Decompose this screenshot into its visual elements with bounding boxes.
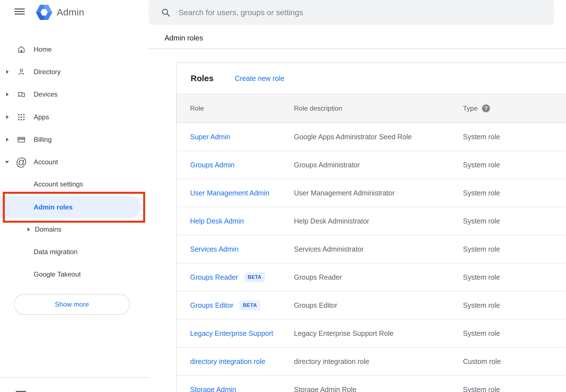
sidebar-item-devices[interactable]: Devices xyxy=(0,83,149,106)
sidebar-item-label: Apps xyxy=(34,113,49,121)
sidebar-item-label: Admin roles xyxy=(34,203,73,211)
sidebar-item-data-migration[interactable]: Data migration xyxy=(0,241,149,263)
app-title: Admin xyxy=(57,7,84,18)
admin-logo xyxy=(36,4,52,20)
sidebar-item-domains[interactable]: Domains xyxy=(0,218,149,241)
role-link[interactable]: Help Desk Admin xyxy=(190,217,244,225)
role-link[interactable]: Groups Reader xyxy=(190,273,238,281)
show-more-button[interactable]: Show more xyxy=(14,294,130,315)
sidebar-item-account-settings[interactable]: Account settings xyxy=(0,173,149,195)
role-type: System role xyxy=(463,386,566,392)
sidebar-divider xyxy=(0,377,149,378)
sidebar-item-admin-roles[interactable]: Admin roles xyxy=(0,196,141,218)
search-input[interactable] xyxy=(178,8,554,17)
expand-arrow-icon xyxy=(6,138,9,142)
role-description: Groups Reader xyxy=(294,273,463,281)
role-description: Google Apps Administrator Seed Role xyxy=(294,133,463,141)
search-bar xyxy=(149,0,554,25)
sidebar-item-billing[interactable]: Billing xyxy=(0,128,149,151)
role-link[interactable]: directory integration role xyxy=(190,357,265,366)
column-header-type: Type xyxy=(463,104,478,112)
role-type: System role xyxy=(463,273,566,281)
sidebar-item-google-takeout[interactable]: Google Takeout xyxy=(0,263,149,286)
menu-hamburger-icon[interactable] xyxy=(15,8,25,15)
table-row: Super Admin Google Apps Administrator Se… xyxy=(177,123,566,151)
help-icon[interactable]: ? xyxy=(482,104,490,112)
table-row: directory integration role directory int… xyxy=(177,348,566,376)
sidebar-item-label: Account settings xyxy=(34,180,83,188)
create-new-role-link[interactable]: Create new role xyxy=(235,74,284,83)
role-link[interactable]: Services Admin xyxy=(190,245,238,253)
devices-icon xyxy=(17,90,26,99)
role-type: System role xyxy=(463,161,566,169)
role-type: System role xyxy=(463,133,566,141)
role-link[interactable]: Legacy Enterprise Support xyxy=(190,329,273,338)
table-row: Services Admin Services Administrator Sy… xyxy=(177,235,566,263)
role-type: System role xyxy=(463,189,566,197)
collapse-arrow-icon xyxy=(5,161,9,163)
apps-grid-icon xyxy=(17,113,26,122)
role-type: System role xyxy=(463,217,566,225)
table-row: Legacy Enterprise Support Legacy Enterpr… xyxy=(177,320,566,348)
table-row: User Management Admin User Management Ad… xyxy=(177,179,566,207)
role-description: Groups Editor xyxy=(294,301,463,309)
expand-arrow-icon xyxy=(6,92,9,96)
role-description: User Management Administrator xyxy=(294,189,463,197)
at-sign-icon: @ xyxy=(17,158,26,167)
credit-card-icon xyxy=(17,135,26,144)
clipped-bottom-icon xyxy=(16,391,26,392)
role-description: Storage Admin Role xyxy=(294,386,463,392)
table-row: Help Desk Admin Help Desk Administrator … xyxy=(177,207,566,235)
role-link[interactable]: Storage Admin xyxy=(190,386,236,392)
sidebar-item-directory[interactable]: Directory xyxy=(0,61,149,83)
role-description: Groups Administrator xyxy=(294,161,463,169)
role-link[interactable]: Groups Editor xyxy=(190,301,233,309)
sidebar-item-label: Account xyxy=(34,158,58,166)
home-icon xyxy=(17,45,26,54)
search-icon xyxy=(161,8,171,17)
table-header-row: Role Role description Type ? xyxy=(177,94,566,123)
role-description: Legacy Enterprise Support Role xyxy=(294,329,463,338)
expand-arrow-icon xyxy=(6,115,9,119)
table-row: Groups Admin Groups Administrator System… xyxy=(177,151,566,179)
sidebar-item-label: Billing xyxy=(34,136,52,143)
sidebar-item-label: Home xyxy=(34,45,52,53)
sidebar-item-label: Google Takeout xyxy=(34,270,81,278)
role-link[interactable]: User Management Admin xyxy=(190,189,269,197)
sidebar-item-home[interactable]: Home xyxy=(0,38,149,61)
roles-title: Roles xyxy=(191,74,214,83)
sidebar-item-label: Directory xyxy=(34,68,61,76)
roles-card: Roles Create new role Role Role descript… xyxy=(176,62,566,392)
sidebar-item-account[interactable]: @ Account xyxy=(0,151,149,173)
breadcrumb: Admin roles xyxy=(165,34,203,42)
header-divider xyxy=(149,48,566,49)
role-description: Services Administrator xyxy=(294,245,463,253)
role-type: System role xyxy=(463,329,566,338)
column-header-role-description: Role description xyxy=(294,104,463,112)
role-link[interactable]: Groups Admin xyxy=(190,161,234,169)
expand-arrow-icon xyxy=(28,227,30,231)
role-link[interactable]: Super Admin xyxy=(190,133,230,141)
role-type: System role xyxy=(463,245,566,253)
roles-card-header: Roles Create new role xyxy=(177,63,566,94)
sidebar-item-label: Data migration xyxy=(34,248,77,256)
beta-badge: BETA xyxy=(239,300,260,310)
table-row: Storage Admin Storage Admin Role System … xyxy=(177,376,566,392)
role-type: Custom role xyxy=(463,357,566,366)
expand-arrow-icon xyxy=(6,70,9,74)
sidebar-item-label: Domains xyxy=(35,225,61,233)
beta-badge: BETA xyxy=(244,272,265,282)
role-description: directory integration role xyxy=(294,357,463,366)
sidebar-item-apps[interactable]: Apps xyxy=(0,106,149,128)
table-row: Groups EditorBETA Groups Editor System r… xyxy=(177,291,566,320)
sidebar-item-label: Devices xyxy=(34,90,58,98)
person-icon xyxy=(17,67,26,76)
column-header-role: Role xyxy=(190,104,294,112)
role-type: System role xyxy=(463,301,566,309)
role-description: Help Desk Administrator xyxy=(294,217,463,225)
table-row: Groups ReaderBETA Groups Reader System r… xyxy=(177,263,566,291)
